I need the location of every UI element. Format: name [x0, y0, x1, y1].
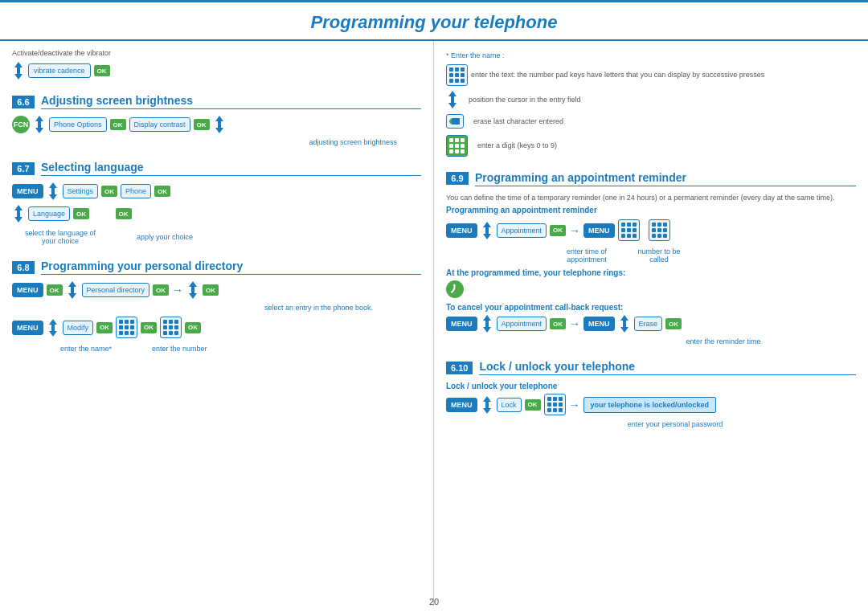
- s69-keypad2: [649, 219, 670, 241]
- enter-name-line1: enter the text: the number pad keys have…: [471, 70, 856, 80]
- s69-arrows1: [481, 222, 493, 239]
- erase-btn[interactable]: Erase: [634, 317, 663, 331]
- section-67-row2: Language OK OK: [12, 205, 421, 223]
- s67-arrows1: [47, 182, 59, 200]
- eraser-icon: [446, 114, 464, 129]
- s67-menu-btn[interactable]: MENU: [12, 184, 43, 198]
- s67-ok4[interactable]: OK: [116, 208, 132, 219]
- section-610-header: 6.10 Lock / unlock your telephone: [446, 360, 856, 375]
- s68-caption1: select an entry in the phone book.: [12, 304, 373, 312]
- s69-caption1: enter time of appointment: [559, 247, 615, 264]
- s67-arrows2: [12, 205, 25, 223]
- s66-ok1[interactable]: OK: [110, 119, 126, 130]
- s69-menu3-btn[interactable]: MENU: [446, 317, 477, 331]
- section-68-number: 6.8: [12, 261, 35, 274]
- lock-btn[interactable]: Lock: [497, 398, 522, 412]
- fcn-btn[interactable]: FCN: [12, 116, 30, 133]
- section-66-row: FCN Phone Options OK Display contrast OK: [12, 116, 421, 133]
- personal-dir-btn[interactable]: Personal directory: [82, 283, 150, 297]
- section-67-title: Selecting language: [41, 161, 421, 176]
- s69-rings-row: [446, 280, 856, 298]
- arrows-icon-2: [213, 116, 226, 133]
- s610-menu-btn[interactable]: MENU: [446, 398, 477, 412]
- s610-arrow: →: [569, 398, 580, 411]
- section-69: 6.9 Programming an appointment reminder …: [446, 171, 856, 346]
- s67-ok3[interactable]: OK: [73, 208, 89, 219]
- section-67-number: 6.7: [12, 162, 35, 175]
- phone-arrows-icon: [12, 62, 25, 80]
- s69-ok1[interactable]: OK: [550, 225, 566, 236]
- enter-name-line2: position the cursor in the entry field: [469, 95, 856, 105]
- s68-ok5[interactable]: OK: [141, 322, 157, 333]
- section-69-title: Programming an appointment reminder: [475, 171, 856, 186]
- section-68-row1: MENU OK Personal directory OK → OK: [12, 281, 421, 299]
- s67-caption1: select the language of your choice: [20, 229, 100, 245]
- vibrate-cadence-btn[interactable]: vibrate cadence: [28, 63, 91, 78]
- s69-reminder-note: enter the reminder time: [591, 337, 856, 345]
- s66-ok2[interactable]: OK: [194, 119, 210, 130]
- s68-menu-btn[interactable]: MENU: [12, 283, 43, 297]
- s68-ok6[interactable]: OK: [185, 322, 201, 333]
- s610-bold: Lock / unlock your telephone: [446, 382, 856, 390]
- right-column: * Enter the name : enter the text: the n…: [434, 41, 868, 606]
- s610-keypad: [544, 394, 566, 415]
- s68-ok3[interactable]: OK: [203, 284, 219, 296]
- page-number: 20: [429, 597, 439, 607]
- display-contrast-btn[interactable]: Display contrast: [129, 117, 190, 132]
- section-68-title: Programming your personal directory: [41, 260, 421, 275]
- s610-arrows1: [481, 396, 493, 414]
- settings-btn[interactable]: Settings: [63, 184, 99, 198]
- s69-captions1: enter time of appointment number to be c…: [559, 246, 856, 264]
- section-68-row2: MENU Modify OK OK: [12, 317, 421, 338]
- s69-menu-btn[interactable]: MENU: [446, 223, 477, 238]
- vibrate-row: vibrate cadence OK: [12, 62, 421, 80]
- keypad-icon-1: [116, 317, 137, 338]
- s69-info: You can define the time of a temporary r…: [446, 193, 856, 203]
- s69-arrow2: →: [569, 317, 580, 330]
- section-68-header: 6.8 Programming your personal directory: [12, 260, 421, 275]
- s68-ok2[interactable]: OK: [153, 284, 169, 296]
- s68-captions2: enter the name* enter the number: [60, 343, 421, 353]
- svg-rect-0: [452, 118, 460, 125]
- s68-ok4[interactable]: OK: [96, 322, 113, 333]
- s68-arrows2: [186, 281, 199, 299]
- phone-btn[interactable]: Phone: [121, 184, 151, 198]
- enter-name-row1: enter the text: the number pad keys have…: [446, 64, 856, 86]
- s69-ok3[interactable]: OK: [665, 318, 682, 329]
- s69-ok2[interactable]: OK: [550, 318, 566, 329]
- s610-ok1[interactable]: OK: [525, 399, 541, 411]
- modify-btn[interactable]: Modify: [63, 321, 94, 335]
- enter-name-row3: erase last character entered: [446, 113, 856, 130]
- s69-menu4-btn[interactable]: MENU: [583, 317, 615, 331]
- section-67-row1: MENU Settings OK Phone OK: [12, 182, 421, 200]
- section-vibrate: Activate/deactivate the vibrator vibrate…: [12, 49, 421, 80]
- appointment2-btn[interactable]: Appointment: [497, 317, 547, 331]
- s68-menu2-btn[interactable]: MENU: [12, 321, 43, 335]
- s69-arrows3: [618, 315, 631, 333]
- s68-arrow: →: [172, 284, 183, 296]
- appointment-btn[interactable]: Appointment: [497, 223, 547, 238]
- keypad-icon-2: [160, 317, 182, 338]
- vibrate-ok-btn[interactable]: OK: [94, 65, 110, 76]
- section-610: 6.10 Lock / unlock your telephone Lock /…: [446, 360, 856, 428]
- keypad-icon-r4: [446, 135, 468, 157]
- section-69-number: 6.9: [446, 172, 469, 185]
- section-enter-name: * Enter the name : enter the text: the n…: [446, 51, 856, 157]
- s68-ok1[interactable]: OK: [47, 284, 63, 296]
- section-66: 6.6 Adjusting screen brightness FCN Phon…: [12, 94, 421, 146]
- vibrate-note: Activate/deactivate the vibrator: [12, 49, 421, 57]
- s69-menu2-btn[interactable]: MENU: [583, 223, 615, 238]
- s610-highlight: your telephone is locked/unlocked: [583, 397, 717, 413]
- s67-ok1[interactable]: OK: [101, 186, 117, 197]
- s66-caption: adjusting screen brightness: [12, 138, 397, 146]
- s68-caption3: enter the number: [152, 345, 207, 353]
- s69-bold: Programming an appointment reminder: [446, 206, 856, 215]
- language-btn[interactable]: Language: [28, 206, 70, 221]
- section-66-title: Adjusting screen brightness: [41, 94, 421, 109]
- phone-options-btn[interactable]: Phone Options: [49, 117, 107, 132]
- s67-ok2[interactable]: OK: [154, 186, 170, 197]
- s69-keypad1: [618, 219, 640, 241]
- svg-marker-1: [449, 118, 452, 125]
- arrows-icon-1: [33, 116, 46, 133]
- s69-caption2: number to be called: [631, 247, 687, 264]
